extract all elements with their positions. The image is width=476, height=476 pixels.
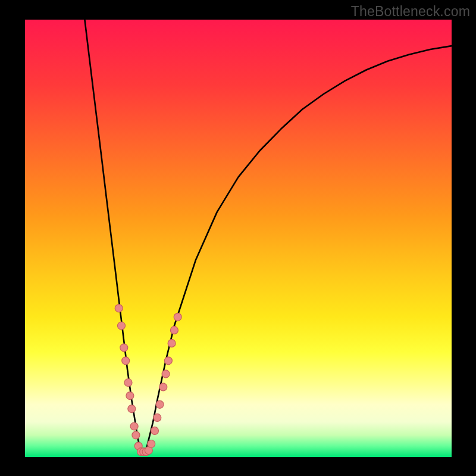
curve-dot (168, 339, 176, 347)
curve-dot (128, 405, 136, 413)
bottleneck-curve (25, 20, 452, 457)
watermark-text: TheBottleneck.com (351, 4, 470, 20)
plot-area (25, 20, 452, 457)
chart-frame: TheBottleneck.com (0, 0, 476, 476)
curve-dot (120, 344, 128, 352)
curve-dot (115, 305, 123, 312)
curve-dot (130, 422, 138, 430)
curve-dot (156, 400, 164, 408)
curve-dot (162, 370, 170, 378)
curve-dot (124, 379, 132, 387)
curve-dot (170, 326, 178, 334)
curve-dot (174, 313, 181, 321)
curve-dot (148, 440, 155, 448)
curve-dot (159, 383, 167, 391)
curve-dot (126, 392, 134, 400)
curve-dots (115, 305, 181, 456)
curve-dot (154, 414, 161, 421)
curve-dot (164, 357, 172, 365)
curve-dot (151, 427, 159, 434)
curve-dot (118, 322, 126, 330)
curve-dot (122, 357, 130, 365)
curve-dot (132, 431, 140, 439)
